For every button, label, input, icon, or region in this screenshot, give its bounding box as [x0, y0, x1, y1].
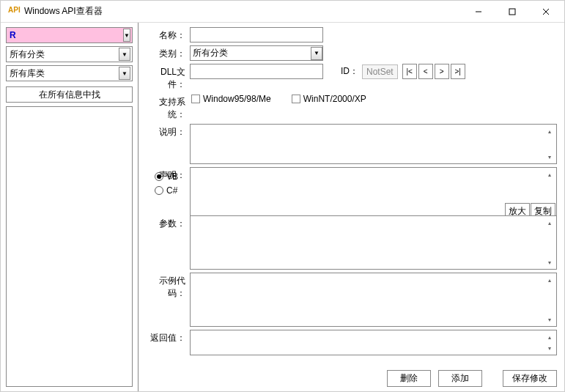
support-label: 支持系统： [147, 94, 190, 121]
scroll-up-icon[interactable]: ▴ [544, 274, 555, 286]
checkbox-win9x-label: Window95/98/Me [203, 94, 271, 104]
minimize-button[interactable] [462, 1, 495, 22]
radio-vb[interactable]: VB [155, 171, 191, 182]
scroll-up-icon[interactable]: ▴ [544, 169, 555, 180]
dropdown-arrow-icon[interactable]: ▼ [119, 48, 130, 61]
description-textarea[interactable]: ▴ ▾ [190, 124, 557, 164]
checkbox-icon [191, 95, 200, 103]
nav-last-button[interactable]: >| [451, 64, 465, 79]
support-options: Window95/98/Me WinNT/2000/XP [190, 94, 366, 104]
dropdown-arrow-icon[interactable]: ▼ [123, 29, 130, 42]
declaration-textarea[interactable]: ▴ ▾ 放大 复制 [190, 167, 557, 221]
checkbox-winnt-label: WinNT/2000/XP [303, 94, 366, 104]
radio-csharp-label: C# [166, 185, 177, 196]
search-combo[interactable]: ▼ [6, 27, 133, 43]
maximize-button[interactable] [495, 1, 529, 22]
name-input[interactable] [190, 27, 323, 42]
search-all-button[interactable]: 在所有信息中找 [6, 86, 133, 103]
id-label: ID： [341, 65, 358, 78]
dll-input[interactable] [190, 64, 323, 79]
save-button[interactable]: 保存修改 [503, 370, 557, 387]
example-textarea[interactable]: ▴ ▾ [190, 273, 557, 327]
checkbox-winnt[interactable]: WinNT/2000/XP [292, 94, 366, 104]
search-button-label: 在所有信息中找 [39, 89, 100, 101]
radio-csharp[interactable]: C# [155, 185, 191, 196]
return-textarea[interactable]: ▴ ▾ [190, 330, 557, 355]
scroll-down-icon[interactable]: ▾ [544, 256, 555, 268]
dropdown-arrow-icon[interactable]: ▼ [119, 67, 130, 80]
params-label: 参数： [147, 215, 190, 230]
scroll-up-icon[interactable]: ▴ [544, 125, 555, 137]
params-textarea[interactable]: ▴ ▾ [190, 215, 557, 270]
scroll-down-icon[interactable]: ▾ [544, 314, 555, 325]
id-value: NotSet [362, 64, 398, 79]
name-label: 名称： [147, 27, 190, 42]
results-list[interactable] [6, 106, 133, 387]
dll-label: DLL文件： [147, 64, 190, 91]
description-label: 说明： [147, 124, 190, 138]
window-title: Windows API查看器 [24, 5, 462, 18]
sidebar: ▼ 所有分类 ▼ 所有库类 ▼ 在所有信息中找 [1, 23, 139, 391]
library-combo[interactable]: 所有库类 ▼ [6, 65, 133, 81]
radio-vb-label: VB [166, 171, 178, 182]
nav-first-button[interactable]: |< [402, 64, 417, 79]
radio-icon [155, 186, 163, 195]
scroll-up-icon[interactable]: ▴ [544, 217, 555, 229]
library-value: 所有库类 [8, 67, 119, 80]
scroll-up-icon[interactable]: ▴ [544, 331, 555, 343]
delete-button[interactable]: 删除 [387, 370, 431, 387]
radio-icon [155, 172, 163, 181]
scroll-down-icon[interactable]: ▾ [544, 342, 555, 354]
language-radio-group: VB C# [155, 171, 191, 196]
category-select[interactable]: 所有分类 ▼ [190, 45, 323, 61]
nav-next-button[interactable]: > [435, 64, 449, 79]
category-combo[interactable]: 所有分类 ▼ [6, 46, 133, 62]
category-select-value: 所有分类 [193, 47, 228, 59]
main-content: ▼ 所有分类 ▼ 所有库类 ▼ 在所有信息中找 名称： 类别： 所有分类 ▼ D… [1, 23, 564, 391]
search-input[interactable] [8, 30, 123, 40]
details-pane: 名称： 类别： 所有分类 ▼ DLL文件： ID： NotSet |< < > … [139, 23, 564, 391]
add-button[interactable]: 添加 [438, 370, 482, 387]
id-nav-group: ID： NotSet |< < > >| [341, 64, 465, 79]
category-label: 类别： [147, 45, 190, 60]
action-buttons: 删除 添加 保存修改 [387, 370, 557, 387]
category-value: 所有分类 [8, 48, 119, 61]
window-titlebar: API Windows API查看器 [1, 1, 564, 23]
example-label: 示例代码： [147, 273, 190, 300]
checkbox-icon [292, 95, 300, 103]
close-button[interactable] [529, 1, 563, 22]
app-icon: API [8, 6, 20, 18]
dropdown-arrow-icon[interactable]: ▼ [311, 47, 322, 60]
return-label: 返回值： [147, 330, 190, 344]
checkbox-win9x[interactable]: Window95/98/Me [191, 94, 271, 104]
svg-rect-1 [509, 9, 515, 15]
nav-prev-button[interactable]: < [418, 64, 433, 79]
scroll-down-icon[interactable]: ▾ [544, 151, 555, 163]
